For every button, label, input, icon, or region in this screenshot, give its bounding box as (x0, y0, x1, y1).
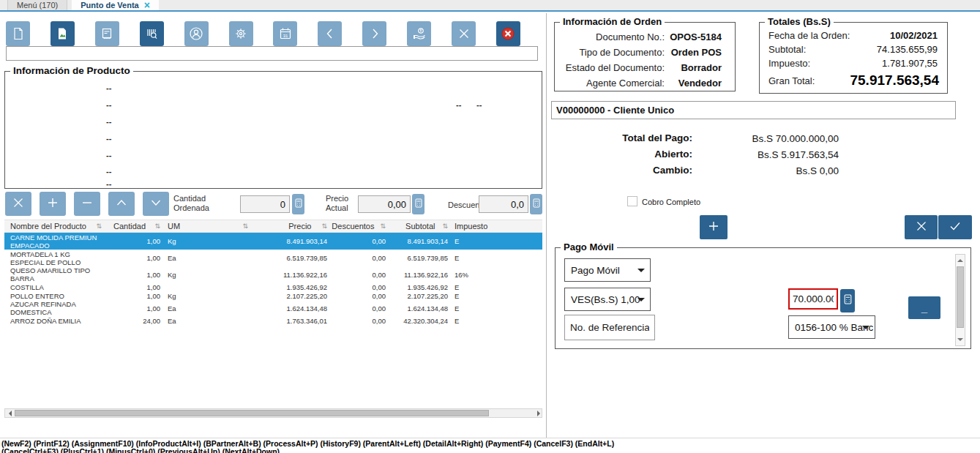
table-row[interactable]: ARROZ DOÑA EMILIA24,00Ea1.763.346,010,00… (4, 316, 542, 325)
customer-input[interactable] (551, 101, 956, 119)
column-header-precio[interactable]: Precio⇅ (251, 222, 330, 231)
close-red-circle-icon (500, 26, 516, 42)
reference-number-input[interactable] (564, 315, 655, 340)
cell-tax: E (451, 304, 542, 312)
new-document-icon (11, 26, 26, 41)
cell-qty: 1,00 (105, 283, 163, 291)
underscore-icon: _ (921, 302, 927, 314)
chevron-up-icon (115, 196, 128, 212)
column-header-impuesto[interactable]: Impuesto (451, 222, 542, 231)
horizontal-scroll-thumb[interactable] (15, 410, 489, 416)
cantidad-ordenada-input[interactable] (240, 195, 290, 213)
vertical-scroll-thumb[interactable] (957, 266, 964, 328)
column-header-um[interactable]: UM⇅ (163, 222, 251, 231)
currency-select[interactable]: VES(Bs.S) 1,00 (564, 288, 651, 311)
business-partner-button[interactable] (184, 21, 209, 46)
cantidad-calculator-button[interactable] (292, 194, 304, 214)
column-header-subtotal[interactable]: Subtotal⇅ (389, 222, 451, 231)
tab-close-icon[interactable]: × (144, 1, 150, 9)
sort-icon[interactable]: ⇅ (96, 222, 102, 230)
sort-icon[interactable]: ⇅ (442, 222, 448, 230)
payment-button[interactable] (407, 21, 431, 46)
vertical-scrollbar[interactable] (955, 254, 965, 346)
document-report-button[interactable] (95, 21, 119, 46)
product-value-placeholder: -- (456, 100, 461, 109)
tender-type-select[interactable]: Pago Móvil (564, 258, 651, 282)
barcode-search-button[interactable] (140, 21, 164, 46)
cell-tax: E (451, 237, 542, 245)
next-button[interactable] (362, 21, 386, 46)
horizontal-scrollbar[interactable] (4, 408, 542, 418)
precio-calculator-button[interactable] (412, 194, 424, 214)
close-window-button[interactable] (496, 21, 520, 46)
product-value-placeholder: -- (106, 117, 111, 126)
scroll-left-arrow[interactable] (6, 411, 12, 416)
scroll-right-arrow[interactable] (537, 411, 543, 416)
cantidad-ordenada-label: Cantidad Ordenada (173, 194, 209, 213)
cell-qty: 1,00 (105, 304, 163, 312)
sort-icon[interactable]: ⇅ (242, 222, 248, 230)
minus-line-button[interactable] (74, 192, 100, 216)
plus-line-button[interactable] (40, 192, 66, 216)
calendar-button[interactable]: 31 (273, 21, 297, 46)
cell-disc: 0,00 (330, 283, 389, 291)
table-row[interactable]: AZUCAR REFINADA DOMESTICA1,00Ea1.624.134… (4, 300, 542, 316)
precio-actual-label: Precio Actual (326, 194, 348, 213)
document-no-row: Documento No.:OPOS-5184 (555, 29, 735, 45)
tab-bar: Menú (170) Punto de Venta × (0, 0, 980, 12)
move-down-button[interactable] (143, 192, 169, 216)
new-record-button[interactable] (6, 21, 30, 46)
confirm-payment-button[interactable] (938, 215, 972, 239)
svg-text:31: 31 (283, 34, 288, 38)
column-header-cantidad[interactable]: Cantidad⇅ (105, 222, 163, 231)
column-header-nombre[interactable]: Nombre del Producto⇅ (4, 222, 105, 231)
cancel-payment-button[interactable] (905, 215, 938, 239)
table-row[interactable]: COSTILLA1,001.935.426,920,001.935.426,92… (4, 282, 542, 291)
precio-actual-input[interactable] (358, 195, 411, 213)
table-row[interactable]: QUESO AMARILLO TIPO BARRA1,00Kg11.136.92… (4, 266, 542, 282)
calculator-icon (415, 198, 422, 211)
product-value-placeholder: -- (106, 134, 111, 143)
tab-punto-de-venta[interactable]: Punto de Venta × (72, 0, 159, 10)
add-payment-button[interactable] (700, 215, 727, 239)
cancel-button[interactable] (452, 21, 476, 46)
cell-sub: 11.136.922,16 (389, 271, 451, 279)
delete-line-button[interactable] (5, 192, 31, 216)
document-no-value: OPOS-5184 (665, 31, 735, 42)
sort-icon[interactable]: ⇅ (321, 222, 327, 230)
cobro-completo-checkbox[interactable] (627, 196, 637, 206)
tab-menu[interactable]: Menú (170) (7, 0, 67, 10)
payment-amount-input[interactable] (788, 288, 838, 310)
keypad-button[interactable]: _ (908, 296, 940, 319)
shortcut-status-bar: (NewF2) (PrintF12) (AssignmentF10) (Info… (0, 438, 980, 453)
open-order-button[interactable] (51, 21, 75, 46)
scroll-down-arrow[interactable] (957, 338, 963, 344)
descuentos-input[interactable] (479, 195, 528, 213)
table-row[interactable]: CARNE MOLIDA PREMIUN EMPACADO1,00Kg8.491… (4, 233, 542, 250)
sort-icon[interactable]: ⇅ (154, 222, 160, 230)
table-row[interactable]: MORTADELA 1 KG ESPECIAL DE POLLO1,00Ea6.… (4, 250, 542, 266)
move-up-button[interactable] (108, 192, 135, 216)
amount-calculator-button[interactable] (840, 289, 855, 312)
table-row[interactable]: POLLO ENTERO1,00Kg2.107.225,200,002.107.… (4, 291, 542, 300)
bank-account-select[interactable]: 0156-100 % Banc (788, 315, 875, 339)
report-icon (100, 26, 114, 41)
product-info-groupbox: Información de Producto -- -- -- -- -- -… (4, 71, 542, 189)
cell-um: Kg (163, 292, 251, 300)
settings-button[interactable] (229, 21, 253, 46)
product-value-placeholder: -- (476, 100, 482, 109)
cell-um: Ea (163, 254, 251, 262)
cell-tax: E (451, 283, 542, 291)
calculator-icon (844, 294, 852, 307)
product-search-input[interactable] (6, 46, 538, 61)
business-partner-icon (188, 26, 204, 42)
minus-icon (81, 196, 94, 212)
descuentos-calculator-button[interactable] (530, 194, 542, 214)
sort-icon[interactable]: ⇅ (380, 222, 386, 230)
cell-price: 6.519.739,85 (251, 254, 330, 262)
scroll-up-arrow[interactable] (957, 256, 963, 262)
previous-button[interactable] (318, 21, 342, 46)
tab-pos-label: Punto de Venta (81, 1, 138, 10)
tax-row: Impuesto:1.781.907,55 (760, 56, 947, 70)
column-header-descuentos[interactable]: Descuentos⇅ (330, 222, 389, 231)
